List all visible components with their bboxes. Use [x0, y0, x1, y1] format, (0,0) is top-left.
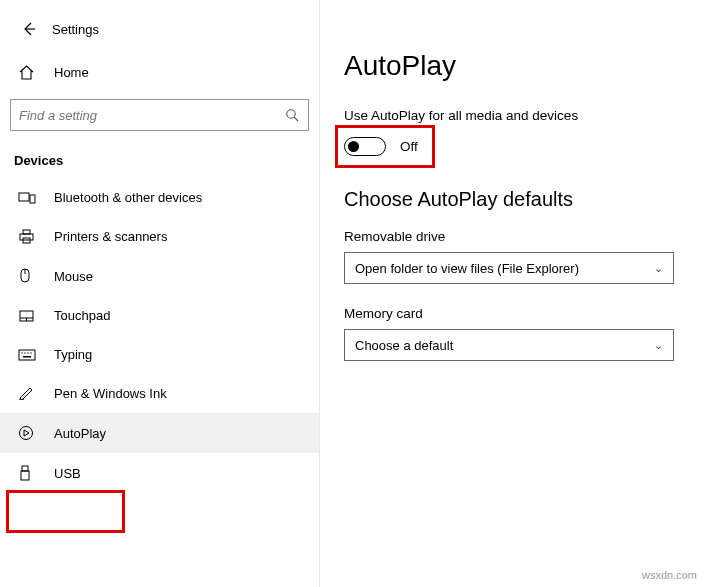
sidebar-item-pen[interactable]: Pen & Windows Ink — [0, 374, 319, 413]
sidebar-item-mouse[interactable]: Mouse — [0, 256, 319, 296]
keyboard-icon — [18, 349, 42, 361]
search-box[interactable] — [10, 99, 309, 131]
pen-icon — [18, 386, 42, 401]
sidebar-item-label: Typing — [54, 347, 92, 362]
sidebar-item-bluetooth[interactable]: Bluetooth & other devices — [0, 178, 319, 217]
nav-list: Bluetooth & other devices Printers & sca… — [0, 178, 319, 493]
app-title: Settings — [52, 22, 99, 37]
svg-rect-19 — [22, 466, 28, 471]
watermark: wsxdn.com — [642, 569, 697, 581]
page-title: AutoPlay — [344, 50, 681, 82]
search-wrap — [0, 91, 319, 141]
sidebar-item-autoplay[interactable]: AutoPlay — [0, 413, 319, 453]
sidebar-item-label: Bluetooth & other devices — [54, 190, 202, 205]
search-icon — [285, 108, 300, 123]
memory-label: Memory card — [344, 306, 681, 321]
sidebar-item-printers[interactable]: Printers & scanners — [0, 217, 319, 256]
sidebar-item-typing[interactable]: Typing — [0, 335, 319, 374]
chevron-down-icon: ⌄ — [654, 262, 663, 275]
toggle-label: Use AutoPlay for all media and devices — [344, 108, 681, 123]
sidebar-item-label: Pen & Windows Ink — [54, 386, 167, 401]
svg-point-15 — [27, 352, 28, 353]
home-button[interactable]: Home — [0, 54, 319, 91]
devices-icon — [18, 191, 42, 205]
autoplay-icon — [18, 425, 42, 441]
sidebar-header: Settings — [0, 10, 319, 54]
svg-rect-17 — [23, 356, 31, 358]
svg-rect-4 — [20, 234, 33, 240]
mouse-icon — [18, 268, 42, 284]
svg-point-13 — [21, 352, 22, 353]
sidebar-item-label: Mouse — [54, 269, 93, 284]
removable-drive-dropdown[interactable]: Open folder to view files (File Explorer… — [344, 252, 674, 284]
memory-card-dropdown[interactable]: Choose a default ⌄ — [344, 329, 674, 361]
svg-point-14 — [24, 352, 25, 353]
svg-rect-3 — [30, 195, 35, 203]
chevron-down-icon: ⌄ — [654, 339, 663, 352]
sidebar-item-label: Printers & scanners — [54, 229, 167, 244]
autoplay-toggle-row: Off — [344, 133, 681, 160]
dropdown-value: Open folder to view files (File Explorer… — [355, 261, 579, 276]
toggle-state-text: Off — [400, 139, 418, 154]
sidebar-item-label: USB — [54, 466, 81, 481]
sidebar: Settings Home Devices Bluetooth & other … — [0, 0, 320, 587]
svg-rect-20 — [21, 471, 29, 480]
autoplay-toggle[interactable] — [344, 137, 386, 156]
svg-line-1 — [294, 117, 298, 121]
touchpad-icon — [18, 309, 42, 323]
svg-point-0 — [287, 109, 295, 117]
svg-rect-12 — [19, 350, 35, 360]
home-label: Home — [54, 65, 89, 80]
sidebar-item-touchpad[interactable]: Touchpad — [0, 296, 319, 335]
svg-point-18 — [20, 427, 33, 440]
defaults-heading: Choose AutoPlay defaults — [344, 188, 681, 211]
svg-rect-5 — [23, 230, 30, 234]
search-input[interactable] — [19, 108, 285, 123]
svg-point-16 — [30, 352, 31, 353]
sidebar-item-label: Touchpad — [54, 308, 110, 323]
content-pane: AutoPlay Use AutoPlay for all media and … — [320, 0, 705, 587]
svg-rect-2 — [19, 193, 29, 201]
sidebar-item-label: AutoPlay — [54, 426, 106, 441]
printer-icon — [18, 229, 42, 244]
sidebar-item-usb[interactable]: USB — [0, 453, 319, 493]
section-title: Devices — [0, 141, 319, 178]
home-icon — [18, 64, 42, 81]
dropdown-value: Choose a default — [355, 338, 453, 353]
toggle-knob — [348, 141, 359, 152]
usb-icon — [18, 465, 42, 481]
removable-label: Removable drive — [344, 229, 681, 244]
back-arrow-icon[interactable] — [18, 18, 40, 40]
